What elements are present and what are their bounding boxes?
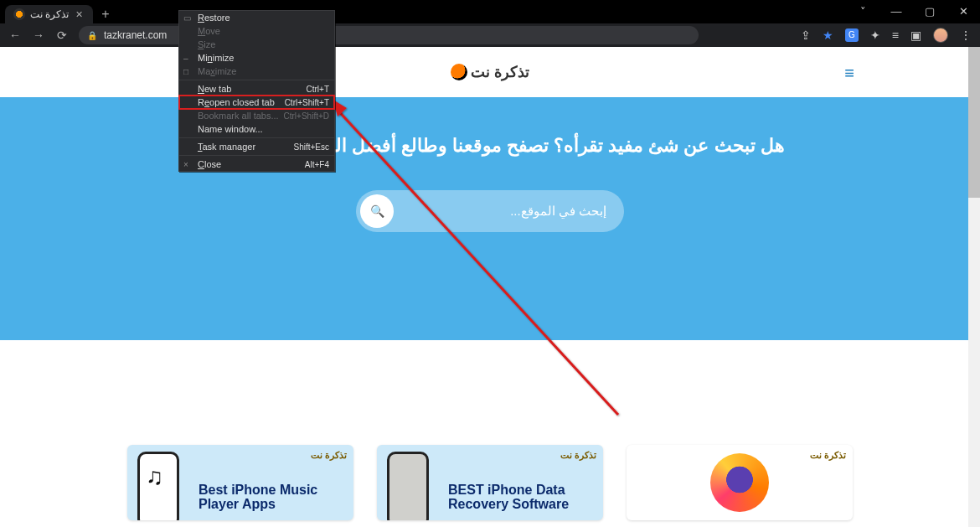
forward-icon[interactable]: → (32, 28, 45, 42)
menu-item-label: Restore (198, 13, 230, 23)
reading-list-icon[interactable]: ≡ (892, 28, 899, 42)
menu-shortcut: Ctrl+T (307, 85, 330, 94)
tab-close-icon[interactable]: ✕ (74, 9, 85, 20)
menu-item-label: New tab (198, 84, 231, 94)
menu-item-restore[interactable]: ▭Restore (179, 11, 334, 24)
menu-item-label: Maximize (198, 66, 236, 76)
translate-icon[interactable]: G (845, 28, 859, 42)
logo-mark-icon (451, 64, 467, 80)
bookmark-star-icon[interactable]: ★ (823, 28, 833, 42)
menu-item-size: Size (179, 38, 334, 51)
extensions-icon[interactable]: ✦ (870, 28, 880, 42)
side-panel-icon[interactable]: ▣ (910, 28, 921, 42)
menu-item-close[interactable]: ×CloseAlt+F4 (179, 158, 334, 171)
menu-item-task-manager[interactable]: Task managerShift+Esc (179, 140, 334, 153)
menu-item-new-tab[interactable]: New tabCtrl+T (179, 82, 334, 96)
menu-glyph-icon: × (183, 160, 188, 169)
lock-icon: 🔒 (87, 31, 97, 40)
menu-item-minimize[interactable]: –Minimize (179, 51, 334, 65)
phone-illustration-icon (387, 452, 429, 520)
hero-headline: هل تبحث عن شئ مفيد تقرأه؟ تصفح موقعنا وط… (0, 135, 980, 157)
site-search[interactable]: 🔍 إبحث في الموقع... (356, 190, 624, 232)
card-badge: تذكرة نت (810, 450, 846, 461)
browser-tab[interactable]: ✕ تذكرة نت (5, 5, 93, 23)
new-tab-button[interactable]: + (93, 5, 117, 23)
reload-icon[interactable]: ⟳ (55, 28, 69, 42)
page-content: تذكرة نت ≡ هل تبحث عن شئ مفيد تقرأه؟ تصف… (0, 47, 980, 527)
search-icon: 🔍 (370, 204, 384, 218)
scrollbar-thumb[interactable] (968, 47, 980, 198)
music-note-icon: ♫ (146, 463, 163, 490)
menu-item-move: Move (179, 24, 334, 38)
window-minimize-icon[interactable]: — (879, 0, 913, 23)
site-logo[interactable]: تذكرة نت (451, 63, 529, 81)
menu-glyph-icon: □ (183, 67, 188, 76)
menu-item-label: Task manager (198, 142, 255, 152)
site-header: تذكرة نت ≡ (0, 47, 980, 97)
card-title: Best iPhone Music Player Apps (199, 483, 345, 512)
menu-shortcut: Ctrl+Shift+T (285, 98, 329, 107)
url-text: tazkranet.com (104, 29, 167, 41)
share-icon[interactable]: ⇪ (801, 28, 811, 42)
menu-separator (179, 155, 334, 156)
menu-item-label: Size (198, 39, 215, 49)
browser-toolbar: ← → ⟳ 🔒 tazkranet.com ⇪ ★ G ✦ ≡ ▣ ⋮ (0, 23, 980, 47)
back-icon[interactable]: ← (8, 28, 22, 42)
address-bar[interactable]: 🔒 tazkranet.com (79, 26, 699, 44)
card-badge: تذكرة نت (311, 450, 347, 461)
window-close-icon[interactable]: ✕ (946, 0, 980, 23)
menu-item-label: Reopen closed tab (198, 97, 275, 107)
card-title: BEST iPhone Data Recovery Software (448, 483, 595, 512)
menu-item-name-window[interactable]: Name window... (179, 122, 334, 136)
profile-avatar[interactable] (933, 28, 948, 43)
kebab-menu-icon[interactable]: ⋮ (960, 28, 972, 42)
titlebar: ✕ تذكرة نت + ˅ — ▢ ✕ (0, 0, 980, 23)
menu-item-label: Name window... (198, 124, 263, 134)
menu-item-reopen-closed-tab[interactable]: Reopen closed tabCtrl+Shift+T (179, 96, 334, 109)
menu-item-label: Bookmark all tabs... (198, 111, 279, 121)
window-maximize-icon[interactable]: ▢ (913, 0, 946, 23)
menu-item-label: Minimize (198, 53, 234, 63)
menu-item-maximize: □Maximize (179, 65, 334, 78)
search-button[interactable]: 🔍 (360, 194, 394, 228)
tab-favicon-icon (13, 8, 25, 20)
vertical-scrollbar[interactable] (968, 47, 980, 527)
article-card[interactable]: تذكرة نت BEST iPhone Data Recovery Softw… (377, 445, 603, 520)
menu-item-bookmark-all-tabs: Bookmark all tabs...Ctrl+Shift+D (179, 109, 334, 122)
firefox-icon (710, 453, 769, 512)
window-context-menu: ▭RestoreMoveSize–Minimize□MaximizeNew ta… (178, 10, 335, 172)
tab-title: تذكرة نت (30, 8, 69, 20)
cards-row: ♫ تذكرة نت Best iPhone Music Player Apps… (0, 445, 980, 520)
hamburger-icon[interactable]: ≡ (844, 64, 854, 83)
window-dropdown-icon[interactable]: ˅ (846, 0, 879, 23)
menu-item-label: Close (198, 159, 221, 169)
article-card[interactable]: ♫ تذكرة نت Best iPhone Music Player Apps (127, 445, 353, 520)
card-badge: تذكرة نت (560, 450, 596, 461)
menu-glyph-icon: ▭ (183, 13, 191, 23)
menu-shortcut: Shift+Esc (293, 142, 329, 152)
window-controls: ˅ — ▢ ✕ (846, 0, 980, 23)
article-card[interactable]: تذكرة نت (627, 445, 853, 520)
menu-shortcut: Ctrl+Shift+D (284, 111, 329, 121)
menu-separator (179, 137, 334, 138)
hero-section: هل تبحث عن شئ مفيد تقرأه؟ تصفح موقعنا وط… (0, 97, 980, 340)
logo-text: تذكرة نت (471, 63, 529, 81)
search-placeholder: إبحث في الموقع... (394, 204, 620, 219)
menu-glyph-icon: – (183, 54, 188, 63)
menu-item-label: Move (198, 26, 220, 36)
menu-shortcut: Alt+F4 (305, 160, 329, 169)
menu-separator (179, 80, 334, 80)
